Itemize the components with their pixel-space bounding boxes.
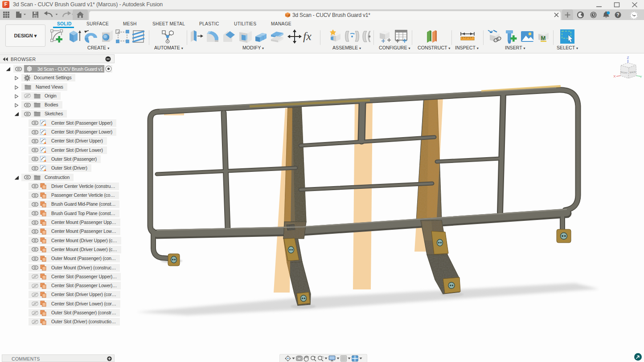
svg-text:fx: fx: [303, 31, 312, 42]
svg-text:X: X: [613, 74, 616, 78]
svg-text:Y: Y: [640, 75, 642, 79]
svg-text:M: M: [541, 35, 546, 41]
svg-text:Z: Z: [627, 56, 629, 60]
svg-text:?: ?: [616, 12, 619, 17]
